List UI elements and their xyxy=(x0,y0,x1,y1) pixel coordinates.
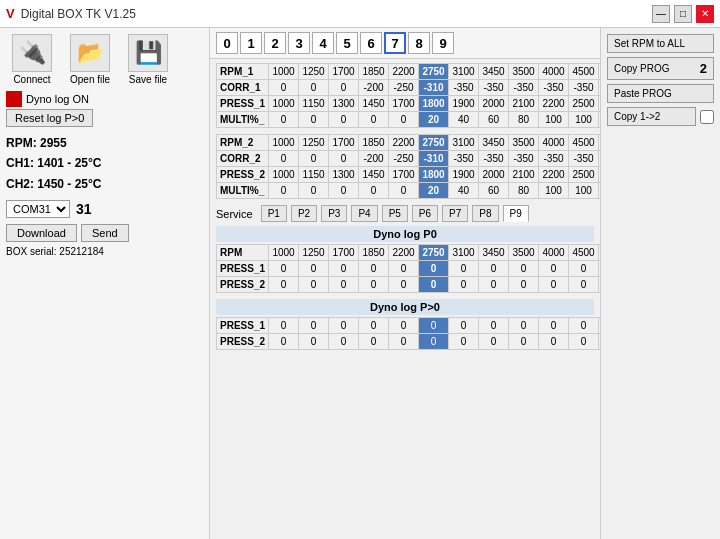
cell-0-6[interactable]: 3100 xyxy=(449,135,479,151)
cell-3-5[interactable]: 20 xyxy=(419,112,449,128)
cell-3-0[interactable]: 0 xyxy=(269,183,299,199)
cell-0-8[interactable]: 3500 xyxy=(509,245,539,261)
cell-1-1[interactable]: 0 xyxy=(299,80,329,96)
cell-2-1[interactable]: 1150 xyxy=(299,167,329,183)
cell-1-10[interactable]: 0 xyxy=(569,261,599,277)
cell-1-5[interactable]: -310 xyxy=(419,80,449,96)
cell-2-0[interactable]: 1000 xyxy=(269,167,299,183)
dyno-p1-cell-0-9[interactable]: 0 xyxy=(539,318,569,334)
cell-2-3[interactable]: 0 xyxy=(359,277,389,293)
cell-1-8[interactable]: -350 xyxy=(509,151,539,167)
dyno-p1-cell-1-4[interactable]: 0 xyxy=(389,334,419,350)
cell-0-0[interactable]: 1000 xyxy=(269,245,299,261)
cell-0-6[interactable]: 3100 xyxy=(449,245,479,261)
cell-3-2[interactable]: 0 xyxy=(329,183,359,199)
rpm-box-5[interactable]: 5 xyxy=(336,32,358,54)
cell-0-8[interactable]: 3500 xyxy=(509,64,539,80)
cell-2-2[interactable]: 0 xyxy=(329,277,359,293)
dyno-p1-cell-1-3[interactable]: 0 xyxy=(359,334,389,350)
dyno-p1-cell-0-0[interactable]: 0 xyxy=(269,318,299,334)
cell-2-8[interactable]: 2100 xyxy=(509,167,539,183)
cell-1-0[interactable]: 0 xyxy=(269,151,299,167)
cell-3-3[interactable]: 0 xyxy=(359,112,389,128)
dyno-p1-cell-1-0[interactable]: 0 xyxy=(269,334,299,350)
cell-0-7[interactable]: 3450 xyxy=(479,245,509,261)
cell-3-3[interactable]: 0 xyxy=(359,183,389,199)
cell-2-8[interactable]: 0 xyxy=(509,277,539,293)
cell-0-0[interactable]: 1000 xyxy=(269,64,299,80)
dyno-p1-cell-1-8[interactable]: 0 xyxy=(509,334,539,350)
cell-2-3[interactable]: 1450 xyxy=(359,167,389,183)
dyno-p1-cell-0-8[interactable]: 0 xyxy=(509,318,539,334)
copy-12-checkbox[interactable] xyxy=(700,110,714,124)
cell-0-7[interactable]: 3450 xyxy=(479,135,509,151)
reset-log-button[interactable]: Reset log P>0 xyxy=(6,109,93,127)
dyno-p1-cell-1-1[interactable]: 0 xyxy=(299,334,329,350)
service-tab-p8[interactable]: P8 xyxy=(472,205,498,222)
dyno-p1-cell-0-10[interactable]: 0 xyxy=(569,318,599,334)
cell-0-0[interactable]: 1000 xyxy=(269,135,299,151)
cell-1-5[interactable]: 0 xyxy=(419,261,449,277)
cell-1-6[interactable]: 0 xyxy=(449,261,479,277)
cell-0-5[interactable]: 2750 xyxy=(419,135,449,151)
rpm-box-0[interactable]: 0 xyxy=(216,32,238,54)
cell-1-6[interactable]: -350 xyxy=(449,151,479,167)
cell-2-6[interactable]: 1900 xyxy=(449,167,479,183)
cell-2-4[interactable]: 0 xyxy=(389,277,419,293)
cell-1-10[interactable]: -350 xyxy=(569,151,599,167)
cell-0-10[interactable]: 4500 xyxy=(569,135,599,151)
cell-0-1[interactable]: 1250 xyxy=(299,135,329,151)
cell-2-7[interactable]: 2000 xyxy=(479,167,509,183)
cell-1-0[interactable]: 0 xyxy=(269,261,299,277)
cell-2-10[interactable]: 0 xyxy=(569,277,599,293)
dyno-p1-cell-1-10[interactable]: 0 xyxy=(569,334,599,350)
cell-1-5[interactable]: -310 xyxy=(419,151,449,167)
cell-2-2[interactable]: 1300 xyxy=(329,167,359,183)
cell-1-1[interactable]: 0 xyxy=(299,261,329,277)
dyno-p1-cell-1-6[interactable]: 0 xyxy=(449,334,479,350)
close-button[interactable]: ✕ xyxy=(696,5,714,23)
cell-1-7[interactable]: -350 xyxy=(479,151,509,167)
cell-0-4[interactable]: 2200 xyxy=(389,135,419,151)
service-tab-p7[interactable]: P7 xyxy=(442,205,468,222)
rpm-box-6[interactable]: 6 xyxy=(360,32,382,54)
cell-2-3[interactable]: 1450 xyxy=(359,96,389,112)
cell-3-0[interactable]: 0 xyxy=(269,112,299,128)
dyno-p1-cell-0-2[interactable]: 0 xyxy=(329,318,359,334)
cell-1-3[interactable]: 0 xyxy=(359,261,389,277)
cell-1-10[interactable]: -350 xyxy=(569,80,599,96)
cell-1-2[interactable]: 0 xyxy=(329,261,359,277)
cell-3-7[interactable]: 60 xyxy=(479,112,509,128)
cell-2-0[interactable]: 1000 xyxy=(269,96,299,112)
cell-2-10[interactable]: 2500 xyxy=(569,167,599,183)
service-tab-p6[interactable]: P6 xyxy=(412,205,438,222)
cell-2-4[interactable]: 1700 xyxy=(389,96,419,112)
cell-0-8[interactable]: 3500 xyxy=(509,135,539,151)
cell-3-4[interactable]: 0 xyxy=(389,112,419,128)
service-tab-p5[interactable]: P5 xyxy=(382,205,408,222)
dyno-p1-cell-1-9[interactable]: 0 xyxy=(539,334,569,350)
cell-3-1[interactable]: 0 xyxy=(299,183,329,199)
cell-0-2[interactable]: 1700 xyxy=(329,64,359,80)
dyno-p1-cell-0-7[interactable]: 0 xyxy=(479,318,509,334)
cell-1-7[interactable]: -350 xyxy=(479,80,509,96)
dyno-p1-cell-1-2[interactable]: 0 xyxy=(329,334,359,350)
cell-1-4[interactable]: -250 xyxy=(389,151,419,167)
cell-3-5[interactable]: 20 xyxy=(419,183,449,199)
cell-3-8[interactable]: 80 xyxy=(509,183,539,199)
cell-0-4[interactable]: 2200 xyxy=(389,64,419,80)
rpm-box-8[interactable]: 8 xyxy=(408,32,430,54)
cell-3-10[interactable]: 100 xyxy=(569,183,599,199)
cell-3-4[interactable]: 0 xyxy=(389,183,419,199)
cell-1-2[interactable]: 0 xyxy=(329,151,359,167)
copy-12-button[interactable]: Copy 1->2 xyxy=(607,107,696,126)
cell-0-3[interactable]: 1850 xyxy=(359,245,389,261)
com-port-select[interactable]: COM31 xyxy=(6,200,70,218)
maximize-button[interactable]: □ xyxy=(674,5,692,23)
cell-3-2[interactable]: 0 xyxy=(329,112,359,128)
cell-0-4[interactable]: 2200 xyxy=(389,245,419,261)
minimize-button[interactable]: — xyxy=(652,5,670,23)
cell-2-7[interactable]: 2000 xyxy=(479,96,509,112)
cell-2-5[interactable]: 1800 xyxy=(419,96,449,112)
cell-2-2[interactable]: 1300 xyxy=(329,96,359,112)
